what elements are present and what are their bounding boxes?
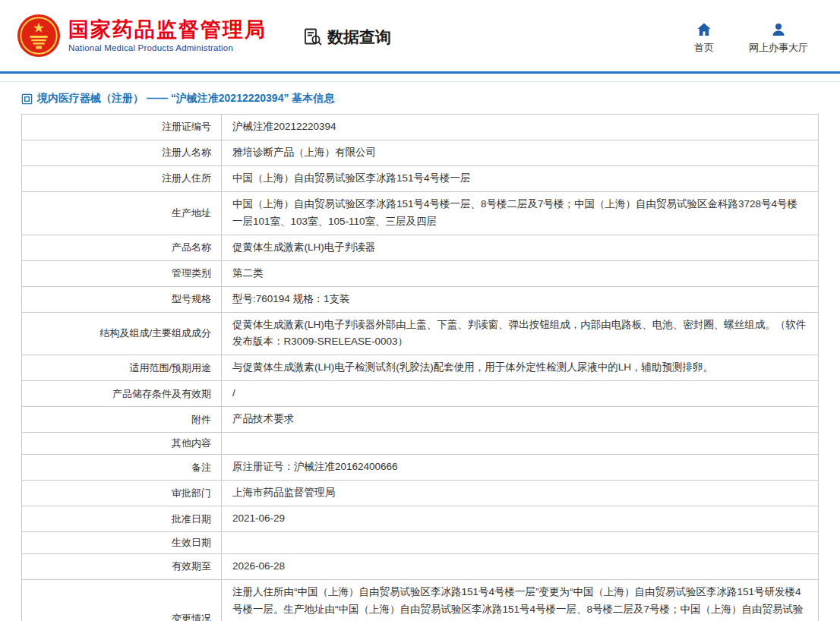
row-label: 管理类别 — [22, 261, 222, 286]
main-content: 境内医疗器械（注册） —— “沪械注准20212220394” 基本信息 注册证… — [0, 92, 840, 621]
org-name-en: National Medical Products Administration — [68, 43, 267, 52]
table-row: 注册证编号沪械注准20212220394 — [22, 115, 818, 140]
table-row: 结构及组成/主要组成成分促黄体生成激素(LH)电子判读器外部由上盖、下盖、判读窗… — [22, 313, 818, 356]
nav-home[interactable]: 首页 — [694, 22, 714, 55]
row-value: 2026-06-28 — [222, 554, 818, 579]
data-query-section: 数据查询 — [303, 27, 391, 48]
row-label: 附件 — [22, 407, 222, 432]
breadcrumb-text: 境内医疗器械（注册） —— “沪械注准20212220394” 基本信息 — [37, 92, 334, 106]
row-label: 适用范围/预期用途 — [22, 355, 222, 380]
row-value: 第二类 — [222, 261, 818, 286]
nmpa-emblem-logo — [17, 14, 61, 58]
nav-home-label: 首页 — [694, 41, 714, 55]
row-value: 上海市药品监督管理局 — [222, 481, 818, 506]
nav-service-hall[interactable]: 网上办事大厅 — [749, 22, 808, 55]
table-row: 变更情况注册人住所由“中国（上海）自由贸易试验区李冰路151号4号楼一层”变更为… — [22, 580, 818, 621]
table-row: 产品名称促黄体生成激素(LH)电子判读器 — [22, 235, 818, 261]
row-value: 型号:760194 规格：1支装 — [222, 287, 818, 312]
registration-info-table: 注册证编号沪械注准20212220394注册人名称雅培诊断产品（上海）有限公司注… — [21, 114, 819, 621]
row-label: 审批部门 — [22, 481, 222, 506]
org-names: 国家药品监督管理局 National Medical Products Admi… — [68, 19, 267, 53]
table-row: 备注原注册证号：沪械注准20162400666 — [22, 455, 818, 481]
table-row: 其他内容 — [22, 433, 818, 455]
row-value: 中国（上海）自由贸易试验区李冰路151号4号楼一层 — [222, 166, 818, 191]
row-value: 与促黄体生成激素(LH)电子检测试剂(乳胶法)配套使用，用于体外定性检测人尿液中… — [222, 355, 818, 380]
table-row: 审批部门上海市药品监督管理局 — [22, 481, 818, 506]
row-value: 沪械注准20212220394 — [222, 115, 818, 140]
row-value: / — [222, 381, 818, 406]
top-nav: 首页 网上办事大厅 — [694, 22, 840, 55]
table-row: 有效期至2026-06-28 — [22, 554, 818, 580]
row-value: 产品技术要求 — [222, 407, 818, 432]
row-value: 促黄体生成激素(LH)电子判读器外部由上盖、下盖、判读窗、弹出按钮组成，内部由电… — [222, 313, 818, 355]
site-header: 国家药品监督管理局 National Medical Products Admi… — [0, 0, 840, 71]
data-query-icon — [303, 27, 323, 47]
table-row: 注册人住所中国（上海）自由贸易试验区李冰路151号4号楼一层 — [22, 166, 818, 192]
nav-service-hall-label: 网上办事大厅 — [749, 41, 808, 55]
table-row: 附件产品技术要求 — [22, 407, 818, 433]
row-label: 产品名称 — [22, 235, 222, 260]
row-value: 注册人住所由“中国（上海）自由贸易试验区李冰路151号4号楼一层”变更为“中国（… — [222, 580, 818, 621]
table-row: 产品储存条件及有效期/ — [22, 381, 818, 407]
person-icon — [771, 22, 786, 37]
header-subdivider — [0, 81, 840, 82]
row-label: 生产地址 — [22, 192, 222, 235]
row-label: 产品储存条件及有效期 — [22, 381, 222, 406]
table-row: 型号规格型号:760194 规格：1支装 — [22, 287, 818, 313]
row-label: 备注 — [22, 455, 222, 480]
table-row: 适用范围/预期用途与促黄体生成激素(LH)电子检测试剂(乳胶法)配套使用，用于体… — [22, 355, 818, 381]
breadcrumb-icon — [21, 93, 33, 105]
section-title: 数据查询 — [327, 27, 391, 48]
row-value: 雅培诊断产品（上海）有限公司 — [222, 140, 818, 165]
row-value — [222, 433, 818, 454]
table-row: 注册人名称雅培诊断产品（上海）有限公司 — [22, 140, 818, 166]
row-value: 2021-06-29 — [222, 506, 818, 531]
page: 国家药品监督管理局 National Medical Products Admi… — [0, 0, 840, 621]
table-row: 生产地址中国（上海）自由贸易试验区李冰路151号4号楼一层、8号楼二层及7号楼；… — [22, 192, 818, 235]
row-label: 批准日期 — [22, 506, 222, 531]
table-row: 管理类别第二类 — [22, 261, 818, 287]
row-label: 结构及组成/主要组成成分 — [22, 313, 222, 355]
row-label: 型号规格 — [22, 287, 222, 312]
row-label: 注册人名称 — [22, 140, 222, 165]
org-name-cn: 国家药品监督管理局 — [68, 19, 267, 42]
header-divider — [0, 71, 840, 74]
table-row: 批准日期2021-06-29 — [22, 506, 818, 532]
row-label: 变更情况 — [22, 580, 222, 621]
row-value — [222, 532, 818, 553]
row-value: 促黄体生成激素(LH)电子判读器 — [222, 235, 818, 260]
table-row: 生效日期 — [22, 532, 818, 554]
row-label: 生效日期 — [22, 532, 222, 553]
row-label: 注册人住所 — [22, 166, 222, 191]
row-label: 其他内容 — [22, 433, 222, 454]
row-value: 原注册证号：沪械注准20162400666 — [222, 455, 818, 480]
logo-block: 国家药品监督管理局 National Medical Products Admi… — [17, 14, 267, 58]
breadcrumb: 境内医疗器械（注册） —— “沪械注准20212220394” 基本信息 — [21, 92, 819, 106]
row-label: 注册证编号 — [22, 115, 222, 140]
row-label: 有效期至 — [22, 554, 222, 579]
home-icon — [696, 22, 712, 37]
row-value: 中国（上海）自由贸易试验区李冰路151号4号楼一层、8号楼二层及7号楼；中国（上… — [222, 192, 818, 235]
